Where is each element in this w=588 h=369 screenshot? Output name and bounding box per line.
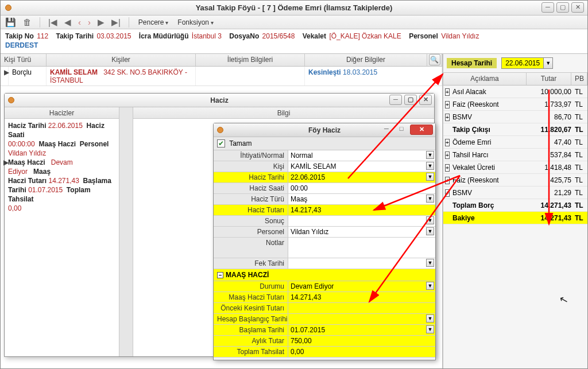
fwd-small-icon[interactable]: › (87, 18, 92, 26)
col-kisiler[interactable]: Kişiler (47, 54, 196, 66)
field-value[interactable]: 14.217,43 (288, 205, 435, 215)
field-value[interactable]: ▼ (288, 216, 435, 226)
field-value[interactable]: ▼ (288, 314, 435, 324)
col-pb[interactable]: PB (571, 73, 587, 85)
chevron-down-icon[interactable]: ▼ (426, 162, 434, 170)
field-value[interactable] (288, 238, 435, 258)
close-button[interactable]: ✕ (571, 2, 584, 13)
account-row[interactable]: Toplam Borç14.271,43TL (443, 199, 587, 212)
row-amount: 537,84 (528, 151, 574, 159)
chevron-down-icon[interactable]: ▼ (426, 173, 434, 181)
save-icon[interactable]: 💾 (4, 18, 17, 26)
chevron-down-icon[interactable]: ▼ (426, 259, 434, 267)
row-name: Bakiye (451, 214, 528, 222)
field-value[interactable]: 14.271,43 (288, 292, 435, 302)
account-row[interactable]: +BSMV86,70TL (443, 111, 587, 123)
separator (40, 17, 40, 28)
expand-icon[interactable]: + (445, 164, 450, 172)
account-row[interactable]: Takip Çıkışı11.820,67TL (443, 123, 587, 136)
account-row[interactable]: +Faiz (Reeskont425,75TL (443, 174, 587, 187)
hesap-tarihi-input[interactable]: 22.06.2015 ▼ (501, 57, 553, 69)
chevron-down-icon[interactable]: ▼ (426, 151, 434, 159)
prev-icon[interactable]: ◀ (63, 18, 72, 26)
expand-icon[interactable]: + (445, 114, 450, 121)
close-button[interactable]: ✕ (410, 125, 433, 135)
account-table: Açıklama Tutar PB +Asıl Alacak10.000,00T… (443, 73, 587, 369)
field-value[interactable]: KAMİL SELAM▼ (288, 161, 435, 172)
minimize-button[interactable]: ─ (541, 2, 554, 13)
col-kisi-turu[interactable]: Kişi Türü (1, 54, 47, 66)
account-row[interactable]: +Faiz (Reeskont1.733,97TL (443, 98, 587, 111)
field-value[interactable]: 01.07.2015▼ (288, 325, 435, 335)
field-value[interactable]: Devam Ediyor▼ (288, 281, 435, 292)
chevron-down-icon[interactable]: ▼ (426, 314, 434, 323)
field-value[interactable]: 0,00 (288, 347, 435, 357)
minimize-button[interactable]: ─ (389, 95, 402, 105)
field-value[interactable]: ▼ (288, 258, 435, 269)
account-row[interactable]: +Asıl Alacak10.000,00TL (443, 86, 587, 98)
haciz-title: Haciz (210, 96, 228, 104)
next-icon[interactable]: ▶ (96, 18, 106, 26)
field-value[interactable]: 22.06.2015▼ (288, 172, 435, 182)
row-name: Toplam Borç (451, 201, 528, 209)
bilgi-tab[interactable]: Bilgi (133, 107, 434, 119)
field-value[interactable]: 750,00 (288, 336, 435, 346)
expand-icon[interactable]: + (445, 189, 450, 197)
haciz-titlebar: Haciz ─ ▢ ✕ (5, 94, 434, 107)
chevron-down-icon[interactable]: ▼ (426, 325, 434, 333)
field-value[interactable]: Maaş▼ (288, 194, 435, 204)
last-icon[interactable]: ▶| (110, 18, 122, 26)
maas-haczi-group[interactable]: – MAAŞ HACZİ (214, 269, 435, 281)
delete-icon[interactable]: 🗑 (22, 18, 33, 26)
back-small-icon[interactable]: ‹ (77, 18, 82, 26)
col-iletisim[interactable]: İletişim Bilgileri (196, 54, 305, 66)
row-unit: TL (574, 164, 587, 172)
col-diger[interactable]: Diğer Bilgiler (305, 54, 427, 66)
field-label: Kişi (214, 161, 288, 172)
close-button[interactable]: ✕ (419, 95, 432, 105)
haciz-list[interactable]: Haciz Tarihi 22.06.2015 Haciz Saati 00:0… (5, 119, 119, 356)
chevron-down-icon[interactable]: ▼ (426, 282, 434, 290)
col-tutar[interactable]: Tutar (527, 73, 571, 85)
account-header: Açıklama Tutar PB (443, 73, 587, 86)
tamam-check[interactable]: ✔ Tamam (214, 137, 435, 150)
minimize-button[interactable]: ─ (380, 125, 393, 135)
first-icon[interactable]: |◀ (47, 18, 59, 26)
field-value[interactable]: Vildan Yıldız▼ (288, 227, 435, 237)
account-row[interactable]: +Ödeme Emri47,40TL (443, 136, 587, 149)
maximize-button[interactable]: □ (395, 125, 408, 135)
hacizler-tab[interactable]: Hacizler (5, 107, 119, 119)
col-aciklama[interactable]: Açıklama (443, 73, 527, 85)
field-value[interactable]: 00:00 (288, 183, 435, 193)
account-row[interactable]: +Vekalet Ücreti1.418,48TL (443, 161, 587, 174)
expand-icon[interactable]: + (445, 177, 450, 184)
expand-icon[interactable]: + (445, 139, 450, 146)
chevron-down-icon[interactable]: ▼ (426, 216, 434, 224)
chevron-down-icon[interactable]: ▼ (426, 195, 434, 203)
field-value[interactable] (288, 303, 435, 313)
field-label: Fek Tarihi (214, 258, 288, 269)
maximize-button[interactable]: ▢ (556, 2, 569, 13)
row-ad: KAMİL SELAM (50, 68, 98, 76)
expand-icon[interactable]: + (445, 88, 450, 96)
haciz-left: Hacizler Haciz Tarihi 22.06.2015 Haciz S… (5, 107, 119, 356)
search-icon[interactable]: 🔍 (429, 54, 440, 65)
pencere-menu[interactable]: Pencere (136, 18, 171, 26)
fonksiyon-menu[interactable]: Fonksiyon (175, 18, 215, 26)
chevron-down-icon[interactable]: ▼ (543, 58, 552, 68)
personel: Vildan Yıldız (441, 32, 479, 40)
field-value[interactable]: Normal▼ (288, 150, 435, 161)
field-label: Önceki Kesinti Tutarı (214, 303, 288, 313)
account-row[interactable]: +Tahsil Harcı537,84TL (443, 149, 587, 161)
expand-icon[interactable]: + (445, 152, 450, 159)
chevron-down-icon[interactable]: ▼ (426, 227, 434, 235)
table-row[interactable]: ▶ Borçlu KAMİL SELAM 342 SK. NO.5 BAKIRK… (1, 67, 442, 86)
maximize-button[interactable]: ▢ (404, 95, 417, 105)
field-label: Hesap Başlangıç Tarihi (214, 314, 288, 324)
app-icon (8, 97, 14, 103)
account-row[interactable]: +BSMV21,29TL (443, 187, 587, 199)
takip-tarihi-label: Takip Tarihi (56, 32, 94, 40)
collapse-icon[interactable]: – (217, 272, 223, 278)
expand-icon[interactable]: + (445, 101, 450, 108)
account-row[interactable]: Bakiye14.271,43TL (443, 212, 587, 224)
